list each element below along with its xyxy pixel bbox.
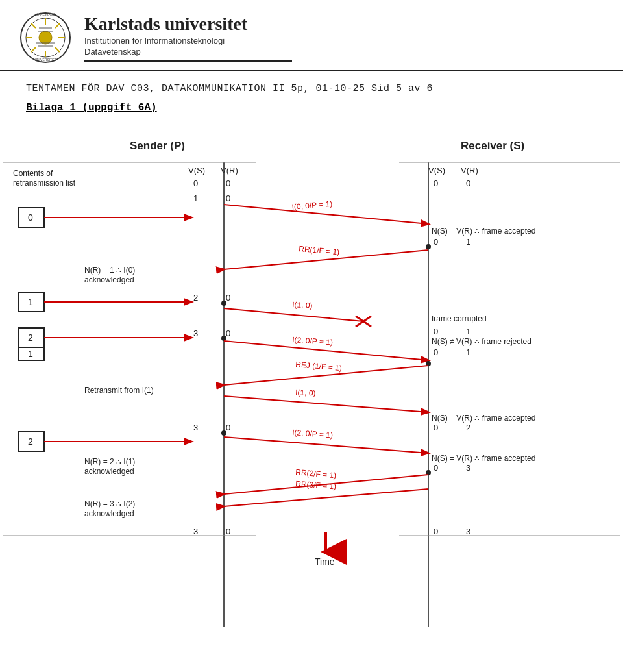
svg-text:0: 0	[434, 423, 438, 432]
diagram-svg: V(S) V(R) V(S) V(R) 0 0 0 0 0 1 0 I(0, 0…	[0, 133, 623, 640]
svg-text:frame corrupted: frame corrupted	[432, 314, 487, 323]
svg-text:V(R): V(R)	[461, 166, 478, 175]
svg-point-81	[221, 430, 226, 436]
svg-text:3: 3	[466, 463, 470, 473]
svg-text:3: 3	[193, 423, 198, 432]
svg-text:acknowledged: acknowledged	[84, 275, 134, 284]
svg-text:acknowledged: acknowledged	[84, 467, 134, 476]
svg-text:3: 3	[193, 527, 198, 536]
svg-line-8	[55, 47, 60, 52]
svg-text:0: 0	[193, 179, 198, 188]
svg-text:N(S) = V(R) ∴ frame accepted: N(S) = V(R) ∴ frame accepted	[432, 454, 535, 463]
diagram-area: Sender (P) Receiver (S) Contents of retr…	[0, 133, 623, 640]
svg-text:0: 0	[434, 327, 438, 336]
svg-line-7	[31, 23, 36, 28]
svg-line-10	[31, 47, 36, 52]
svg-text:KARLSTADS: KARLSTADS	[36, 12, 55, 16]
svg-text:V(R): V(R)	[221, 166, 238, 175]
svg-text:3: 3	[193, 329, 198, 338]
svg-text:N(S) = V(R) ∴ frame accepted: N(S) = V(R) ∴ frame accepted	[432, 414, 535, 423]
dept1: Institutionen för Informationsteknologi	[84, 36, 292, 45]
svg-text:1: 1	[466, 237, 470, 247]
svg-text:I(1, 0): I(1, 0)	[292, 300, 313, 310]
svg-text:1: 1	[466, 327, 470, 336]
svg-text:0: 0	[434, 347, 438, 357]
svg-text:N(R) = 2 ∴ I(1): N(R) = 2 ∴ I(1)	[84, 457, 135, 466]
svg-text:RR(3/F = 1): RR(3/F = 1)	[295, 479, 337, 491]
svg-text:RR(1/F = 1): RR(1/F = 1)	[299, 244, 340, 256]
svg-text:1: 1	[193, 193, 198, 203]
svg-text:1: 1	[28, 349, 33, 359]
svg-text:0: 0	[466, 179, 470, 188]
university-logo: KARLSTADS UNIVERSITET	[19, 12, 71, 64]
svg-text:0: 0	[226, 423, 230, 432]
svg-text:N(R) = 1 ∴ I(0): N(R) = 1 ∴ I(0)	[84, 266, 135, 275]
svg-text:2: 2	[28, 436, 33, 447]
svg-text:Time: Time	[315, 556, 335, 567]
svg-text:0: 0	[226, 179, 230, 188]
university-name: Karlstads universitet	[84, 14, 292, 34]
svg-text:2: 2	[28, 332, 33, 343]
svg-text:1: 1	[466, 347, 470, 357]
svg-text:2: 2	[193, 293, 198, 303]
header-text-block: Karlstads universitet Institutionen för …	[84, 14, 292, 62]
svg-line-74	[224, 396, 428, 412]
svg-text:I(0, 0/P = 1): I(0, 0/P = 1)	[291, 199, 333, 212]
svg-text:Retransmit from I(1): Retransmit from I(1)	[84, 386, 154, 395]
svg-point-2	[39, 31, 52, 44]
svg-text:0: 0	[226, 193, 230, 203]
svg-text:0: 0	[434, 463, 438, 473]
svg-text:1: 1	[28, 297, 33, 307]
svg-text:0: 0	[226, 329, 230, 338]
svg-text:I(1, 0): I(1, 0)	[295, 388, 316, 398]
svg-text:V(S): V(S)	[428, 166, 445, 175]
svg-text:I(2, 0/P = 1): I(2, 0/P = 1)	[292, 428, 334, 440]
svg-point-49	[221, 301, 226, 306]
svg-text:0: 0	[434, 237, 438, 247]
svg-text:N(S) = V(R) ∴ frame accepted: N(S) = V(R) ∴ frame accepted	[432, 227, 535, 236]
svg-text:0: 0	[434, 527, 438, 536]
svg-text:3: 3	[466, 527, 470, 536]
svg-point-39	[426, 244, 431, 249]
svg-text:0: 0	[28, 212, 33, 223]
svg-text:0: 0	[226, 527, 230, 536]
page-header: KARLSTADS UNIVERSITET Karlstads universi…	[0, 0, 623, 71]
svg-text:RR(2/F = 1): RR(2/F = 1)	[295, 467, 337, 480]
svg-line-50	[224, 308, 363, 321]
svg-text:2: 2	[466, 423, 470, 432]
svg-text:UNIVERSITET: UNIVERSITET	[34, 58, 56, 62]
svg-line-9	[55, 23, 60, 28]
svg-text:acknowledged: acknowledged	[84, 509, 134, 518]
svg-text:N(R) = 3 ∴ I(2): N(R) = 3 ∴ I(2)	[84, 499, 135, 508]
svg-text:REJ (1/F = 1): REJ (1/F = 1)	[295, 360, 343, 373]
svg-text:V(S): V(S)	[188, 166, 205, 175]
svg-text:0: 0	[434, 179, 438, 188]
dept2: Datavetenskap	[84, 47, 292, 56]
svg-text:I(2, 0/P = 1): I(2, 0/P = 1)	[292, 335, 334, 347]
svg-line-85	[224, 437, 428, 453]
svg-text:N(S) ≠ V(R) ∴ frame rejected: N(S) ≠ V(R) ∴ frame rejected	[432, 337, 531, 346]
svg-point-62	[221, 336, 226, 341]
svg-text:0: 0	[226, 293, 230, 303]
bilaga-label: Bilaga 1 (uppgift 6A)	[0, 99, 623, 133]
exam-title: TENTAMEN FÖR DAV C03, DATAKOMMUNIKATION …	[0, 71, 623, 99]
